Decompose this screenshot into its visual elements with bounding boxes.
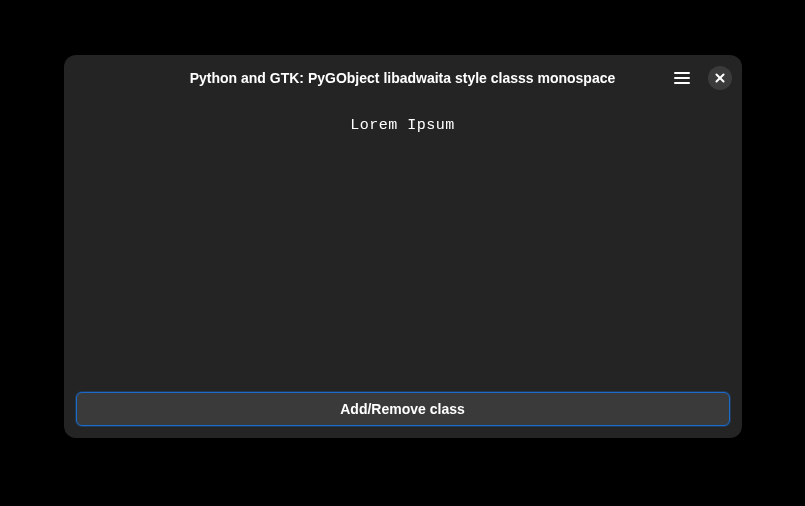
text-container: Lorem Ipsum [76, 101, 730, 392]
menu-button[interactable] [670, 66, 694, 90]
hamburger-icon [674, 72, 690, 84]
sample-text: Lorem Ipsum [350, 117, 455, 134]
titlebar: Python and GTK: PyGObject libadwaita sty… [64, 55, 742, 101]
content-area: Lorem Ipsum Add/Remove class [64, 101, 742, 438]
application-window: Python and GTK: PyGObject libadwaita sty… [64, 55, 742, 438]
close-button[interactable] [708, 66, 732, 90]
window-title: Python and GTK: PyGObject libadwaita sty… [190, 70, 616, 86]
toggle-class-button[interactable]: Add/Remove class [76, 392, 730, 426]
close-icon [715, 73, 725, 83]
titlebar-controls [670, 66, 732, 90]
